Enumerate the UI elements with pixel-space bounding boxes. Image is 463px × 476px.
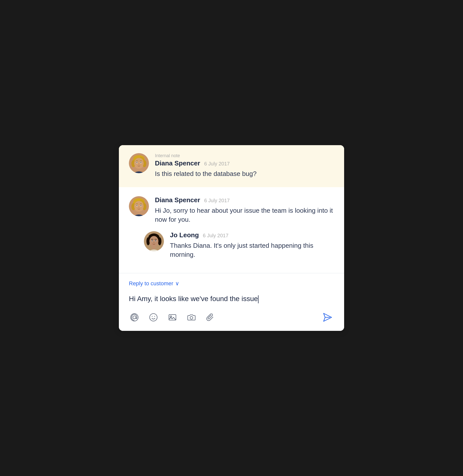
svg-point-36 [158, 237, 161, 245]
conversation-section: Diana Spencer 6 July 2017 Hi Jo, sorry t… [119, 187, 344, 273]
internal-note-section: Internal note Diana Spencer 6 July 2017 … [119, 145, 344, 187]
author-jo: Jo Leong [170, 231, 199, 239]
svg-point-45 [150, 314, 157, 321]
svg-point-13 [138, 164, 139, 164]
svg-point-8 [134, 158, 144, 168]
internal-note-label: Internal note [155, 153, 334, 158]
message-content-jo: Jo Leong 6 July 2017 Thanks Diana. It's … [170, 231, 334, 259]
avatar-jo [144, 231, 164, 251]
attachment-button[interactable] [205, 312, 216, 323]
text-cursor [258, 295, 259, 303]
send-button[interactable] [321, 311, 334, 324]
reply-input[interactable]: Hi Amy, it looks like we've found the is… [129, 292, 334, 307]
svg-point-44 [133, 316, 136, 319]
message-text-diana: Hi Jo, sorry to hear about your issue th… [155, 206, 334, 224]
reply-to-customer-toggle[interactable]: Reply to customer ∨ [129, 280, 334, 287]
message-header-diana: Diana Spencer 6 July 2017 [155, 196, 334, 204]
svg-point-11 [136, 162, 137, 163]
timestamp-jo: 6 July 2017 [203, 233, 228, 239]
message-row-diana: Diana Spencer 6 July 2017 Hi Jo, sorry t… [129, 196, 334, 224]
reply-input-text: Hi Amy, it looks like we've found the is… [129, 295, 258, 303]
avatar-diana [129, 196, 149, 216]
svg-point-26 [140, 205, 141, 206]
author-diana: Diana Spencer [155, 196, 200, 204]
internal-note-timestamp: 6 July 2017 [204, 161, 230, 167]
camera-button[interactable] [186, 312, 197, 323]
svg-point-42 [153, 242, 154, 243]
toolbar-left [129, 312, 216, 323]
avatar-diana-note [129, 153, 149, 173]
svg-point-40 [152, 240, 153, 241]
svg-point-27 [138, 207, 139, 207]
message-header-jo: Jo Leong 6 July 2017 [170, 231, 334, 239]
internal-note-message: Is this related to the database bug? [155, 169, 334, 178]
svg-point-12 [140, 162, 141, 163]
timestamp-diana: 6 July 2017 [204, 198, 230, 203]
main-card: Internal note Diana Spencer 6 July 2017 … [119, 145, 344, 331]
message-text-jo: Thanks Diana. It's only just started hap… [170, 241, 334, 259]
reply-section: Reply to customer ∨ Hi Amy, it looks lik… [119, 273, 344, 331]
svg-point-35 [146, 237, 150, 245]
svg-point-41 [155, 240, 156, 241]
svg-point-47 [154, 316, 155, 317]
emoji-button[interactable] [148, 312, 159, 323]
svg-point-25 [136, 205, 137, 206]
reply-to-label: Reply to customer [129, 280, 173, 287]
svg-point-22 [134, 201, 144, 211]
message-row-jo: Jo Leong 6 July 2017 Thanks Diana. It's … [144, 231, 334, 259]
image-button[interactable] [167, 312, 178, 323]
message-content-diana: Diana Spencer 6 July 2017 Hi Jo, sorry t… [155, 196, 334, 224]
internal-note-content: Internal note Diana Spencer 6 July 2017 … [155, 153, 334, 178]
svg-point-49 [170, 316, 172, 317]
svg-point-37 [149, 236, 158, 247]
internal-note-header: Diana Spencer 6 July 2017 [155, 159, 334, 167]
mention-button[interactable] [129, 312, 140, 323]
internal-note-author: Diana Spencer [155, 159, 200, 167]
toolbar [129, 307, 334, 326]
chevron-down-icon: ∨ [175, 280, 179, 287]
svg-point-46 [152, 316, 153, 317]
svg-point-50 [190, 317, 193, 319]
